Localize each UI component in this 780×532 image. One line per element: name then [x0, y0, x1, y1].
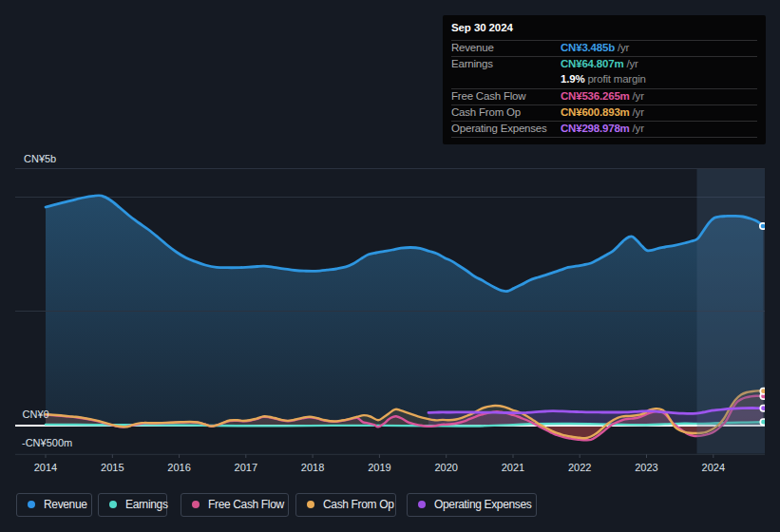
svg-text:2014: 2014: [34, 462, 57, 473]
svg-text:2018: 2018: [301, 462, 324, 473]
svg-text:CN¥0: CN¥0: [23, 408, 49, 420]
svg-text:2023: 2023: [635, 462, 657, 473]
svg-text:CN¥5b: CN¥5b: [24, 153, 56, 164]
svg-text:2017: 2017: [235, 462, 257, 473]
svg-text:2022: 2022: [568, 462, 591, 473]
svg-text:2019: 2019: [368, 462, 390, 473]
svg-text:-CN¥500m: -CN¥500m: [22, 437, 72, 448]
svg-text:2015: 2015: [101, 462, 124, 473]
svg-text:2016: 2016: [167, 462, 190, 473]
svg-text:2021: 2021: [502, 462, 524, 473]
svg-text:2020: 2020: [434, 462, 457, 473]
svg-text:2024: 2024: [702, 462, 725, 473]
